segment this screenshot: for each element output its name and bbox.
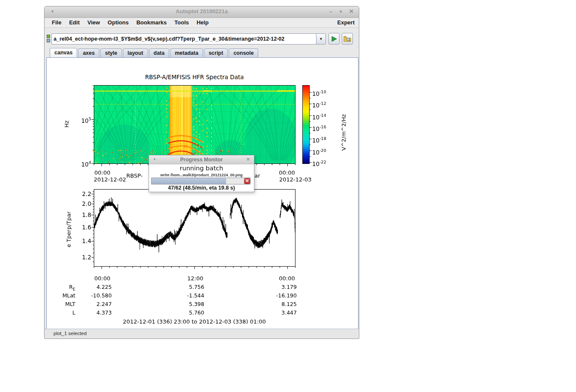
tab-style[interactable]: style	[100, 48, 122, 57]
ephemeris-value: 4.225	[76, 283, 112, 291]
plot2-xtick-1: 12:00	[185, 275, 206, 282]
progress-status-label: 47/62 (48.5/min, eta 19.8 s)	[149, 185, 254, 191]
plot1-title: RBSP-A/EMFISIS HFR Spectra Data	[94, 73, 295, 81]
colorbar-label: V^2/m^2/Hz	[340, 114, 348, 151]
ephemeris-value: 4.373	[76, 309, 112, 317]
menu-view[interactable]: View	[84, 18, 104, 26]
data-source-indicator-icon	[47, 35, 51, 43]
ephemeris-value: 3.447	[261, 309, 297, 317]
plot2-ytick-label: 1.8	[69, 211, 91, 219]
menu-tools[interactable]: Tools	[170, 18, 193, 26]
plot2-ytick-label: 1.4	[69, 237, 91, 245]
menu-bookmarks[interactable]: Bookmarks	[132, 18, 170, 26]
ephemeris-value: 5.756	[168, 283, 204, 291]
colorbar-tick-label: 10-12	[312, 100, 326, 109]
colorbar-tick-label: 10-22	[312, 158, 326, 168]
plot2-ytick-label: 1.6	[69, 223, 91, 231]
ephemeris-row-label: L	[47, 309, 75, 317]
timerange-footer: 2012-12-01 (336) 23:00 to 2012-12-03 (33…	[94, 318, 295, 326]
tab-console[interactable]: console	[229, 48, 258, 57]
status-bar: plot_1 selected	[45, 329, 359, 339]
tab-canvas[interactable]: canvas	[50, 48, 77, 57]
tab-axes[interactable]: axes	[78, 48, 99, 57]
plot1-xtick-left-date: 2012-12-02	[94, 176, 126, 184]
tab-bar: canvasaxesstylelayoutdatametadatascriptc…	[45, 48, 359, 57]
menu-edit[interactable]: Edit	[65, 18, 84, 26]
colorbar-tick-label: 10-18	[312, 135, 326, 144]
play-icon	[331, 36, 337, 42]
tab-data[interactable]: data	[149, 48, 170, 57]
ephemeris-value: -16.190	[261, 292, 297, 300]
menu-file[interactable]: File	[48, 18, 65, 26]
progress-bar	[151, 178, 251, 184]
colorbar-tick-label: 10-20	[312, 147, 326, 156]
uri-input[interactable]	[51, 33, 316, 45]
ephemeris-row-label: MLT	[47, 300, 75, 308]
expert-mode-label[interactable]: Expert	[337, 19, 355, 26]
menu-help[interactable]: Help	[193, 18, 212, 26]
progress-task-label: running batch	[149, 165, 254, 172]
timeseries-plot[interactable]	[94, 189, 295, 266]
plot1-xtick-right-date: 2012-12-03	[279, 176, 312, 184]
minimize-button[interactable]: –	[329, 8, 332, 15]
plot2-ytick-label: 2.0	[69, 200, 91, 208]
progress-monitor-dialog: ▼ Progress Monitor ✕ running batch write…	[149, 155, 254, 192]
ephemeris-value: 2.247	[76, 300, 112, 308]
ephemeris-value: 5.398	[168, 300, 204, 308]
folder-magnifier-icon	[343, 36, 351, 42]
tab-script[interactable]: script	[204, 48, 228, 57]
plot2-xtick-0: 00:00	[92, 275, 113, 282]
colorbar-tick-label: 10-10	[312, 88, 326, 98]
plot2-ytick-label: 2.2	[69, 190, 91, 198]
colorbar-tick-label: 10-14	[312, 112, 326, 121]
plot2-title-fragment-left: RBSP-	[126, 172, 143, 180]
plot1-ytick-label: 105	[69, 115, 91, 125]
uri-combobox: ▼	[51, 33, 326, 45]
tab-metadata[interactable]: metadata	[170, 48, 203, 57]
menu-bar: FileEditViewOptionsBookmarksToolsHelp Ex…	[45, 18, 359, 28]
spectrogram-plot[interactable]	[94, 85, 295, 163]
plot2-ytick-label: 1.2	[69, 253, 91, 261]
ephemeris-value: -10.580	[76, 292, 112, 300]
progress-dialog-title: Progress Monitor	[149, 157, 254, 163]
ephemeris-value: 3.179	[261, 283, 297, 291]
menu-options[interactable]: Options	[104, 18, 132, 26]
ephemeris-value: 8.125	[261, 300, 297, 308]
ephemeris-value: -1.544	[168, 292, 204, 300]
plot2-xtick-2: 00:00	[277, 275, 297, 282]
ephemeris-row-label: MLat	[47, 292, 75, 300]
window-buttons: – + ✕	[324, 8, 354, 15]
go-play-button[interactable]	[328, 33, 340, 45]
plot1-ytick-label: 104	[69, 159, 91, 168]
maximize-button[interactable]: +	[339, 8, 343, 15]
progress-cancel-button[interactable]: ✕	[244, 178, 250, 184]
window-titlebar[interactable]: ▼ Autoplot 20190221a – + ✕	[45, 6, 359, 18]
open-file-button[interactable]	[342, 33, 353, 45]
status-message: plot_1 selected	[54, 331, 87, 336]
progress-dialog-close-icon[interactable]: ✕	[246, 157, 250, 162]
progress-bar-fill	[152, 178, 226, 184]
plot-canvas-area[interactable]: RBSP-A/EMFISIS HFR Spectra Data Hz V^2/m…	[46, 57, 358, 330]
window-title: Autoplot 20190221a	[45, 8, 359, 15]
colorbar-tick-label: 10-16	[312, 123, 326, 133]
tab-layout[interactable]: layout	[123, 48, 148, 57]
ephemeris-value: 5.760	[168, 309, 204, 317]
progress-dialog-titlebar[interactable]: ▼ Progress Monitor ✕	[149, 155, 254, 164]
progress-detail-label: write /hom...walk3/product_20121224_00.p…	[149, 173, 254, 177]
close-button[interactable]: ✕	[349, 8, 354, 15]
uri-dropdown-button[interactable]: ▼	[316, 33, 326, 45]
uri-toolbar: ▼	[45, 28, 359, 48]
